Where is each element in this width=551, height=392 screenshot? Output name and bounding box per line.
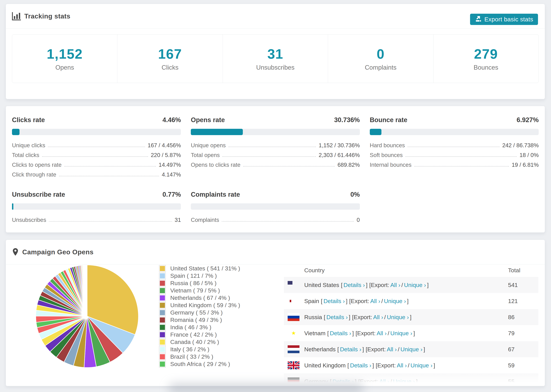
geo-pie-chart <box>35 264 140 369</box>
geo-legend: United States ( 541 / 31% )Spain ( 121 /… <box>159 265 240 368</box>
details-link[interactable]: Details › <box>330 330 351 336</box>
country-name: Spain <box>304 298 319 304</box>
export-unique-link[interactable]: Unique › <box>404 282 426 288</box>
page-title: Tracking stats <box>24 13 70 20</box>
bracket: ] <box>424 346 425 352</box>
legend-label: Romania ( 49 / 3% ) <box>170 317 222 323</box>
stat-complaints-value: 0 <box>377 46 385 62</box>
country-name: Vietnam <box>304 330 325 336</box>
export-all-link[interactable]: All › <box>387 346 397 352</box>
export-all-link[interactable]: All › <box>370 298 380 304</box>
export-prefix: [Export: <box>358 378 378 385</box>
opens-rate-title: Opens rate <box>191 116 225 124</box>
country-total: 121 <box>508 298 518 304</box>
legend-label: France ( 42 / 2% ) <box>170 331 217 338</box>
export-unique-link[interactable]: Unique › <box>393 378 415 385</box>
bracket: ] <box>352 330 354 336</box>
legend-item-india: India ( 46 / 3% ) <box>159 324 240 331</box>
export-all-link[interactable]: All › <box>377 330 387 336</box>
clicks-rate-percent: 4.46% <box>162 116 181 124</box>
legend-swatch <box>159 339 166 345</box>
row-label: Total clicks <box>12 152 39 158</box>
unsubscribe-rate-bar <box>12 203 181 210</box>
bracket: ] <box>413 330 415 336</box>
table-row-russia: Russia[Details ›][Export:All ›/Unique ›]… <box>284 309 538 325</box>
legend-item-south-africa: South Africa ( 29 / 2% ) <box>159 360 240 368</box>
row-value: 19 / 6.81% <box>512 162 539 168</box>
country-total: 541 <box>508 282 518 288</box>
export-prefix: [Export: <box>376 362 396 369</box>
dotted-leader <box>49 221 172 222</box>
export-unique-link[interactable]: Unique › <box>400 346 423 352</box>
legend-item-germany: Germany ( 55 / 3% ) <box>159 309 240 316</box>
details-link[interactable]: Details › <box>340 346 361 352</box>
details-link[interactable]: Details › <box>323 298 345 304</box>
geo-header: Campaign Geo Opens <box>6 240 545 264</box>
legend-label: Spain ( 121 / 7% ) <box>170 273 217 279</box>
legend-item-united-states: United States ( 541 / 31% ) <box>159 265 240 272</box>
country-name: Netherlands <box>304 346 336 352</box>
row-value: 31 <box>175 217 181 223</box>
legend-label: Germany ( 55 / 3% ) <box>170 309 223 316</box>
stat-bounces-value: 279 <box>474 46 498 62</box>
row-value: 18 / 0% <box>520 152 539 158</box>
unsubscribe-rate-title: Unsubscribe rate <box>12 191 65 198</box>
legend-swatch <box>159 317 166 323</box>
country-name: United States <box>304 282 339 288</box>
bracket: ] <box>372 362 374 369</box>
export-all-link[interactable]: All › <box>397 362 407 369</box>
stat-bounces-label: Bounces <box>474 64 498 71</box>
export-prefix: [Export: <box>366 346 386 352</box>
table-row-vietnam: Vietnam[Details ›][Export:All ›/Unique ›… <box>284 325 538 341</box>
country-name: United Kingdom <box>304 362 346 369</box>
export-unique-link[interactable]: Unique › <box>390 330 412 336</box>
row-value: 2,303 / 61.446% <box>319 152 360 158</box>
bracket: [ <box>341 282 342 288</box>
row-value: 242 / 86.738% <box>502 142 539 149</box>
stat-opens-label: Opens <box>56 64 74 71</box>
export-unique-link[interactable]: Unique › <box>387 314 409 320</box>
clicks-rate-bar <box>12 129 181 135</box>
legend-item-romania: Romania ( 49 / 3% ) <box>159 316 240 324</box>
export-all-link[interactable]: All › <box>373 314 383 320</box>
stat-clicks-label: Clicks <box>162 64 178 71</box>
export-unique-link[interactable]: Unique › <box>410 362 433 369</box>
dotted-leader <box>222 221 354 222</box>
legend-item-brazil: Brazil ( 33 / 2% ) <box>159 353 240 360</box>
clicks-rate-block: Clicks rate 4.46% Unique clicks167 / 4.4… <box>12 116 181 178</box>
stat-clicks: 167 Clicks <box>117 35 222 83</box>
row-value: 4.147% <box>162 171 181 178</box>
details-link[interactable]: Details › <box>344 282 365 288</box>
legend-item-spain: Spain ( 121 / 7% ) <box>159 272 240 280</box>
export-basic-stats-button[interactable]: Export basic stats <box>470 14 538 25</box>
export-unique-link[interactable]: Unique › <box>384 298 406 304</box>
legend-label: Russia ( 86 / 5% ) <box>170 280 216 287</box>
bracket: [ <box>327 330 329 336</box>
details-link[interactable]: Details › <box>350 362 371 369</box>
bracket: ] <box>410 314 411 320</box>
legend-label: Italy ( 36 / 2% ) <box>170 346 209 353</box>
legend-item-netherlands: Netherlands ( 67 / 4% ) <box>159 294 240 301</box>
map-pin-icon <box>12 248 19 256</box>
legend-label: Netherlands ( 67 / 4% ) <box>170 294 230 301</box>
row-label: Complaints <box>191 217 219 223</box>
legend-label: United Kingdom ( 59 / 3% ) <box>170 302 240 308</box>
legend-item-vietnam: Vietnam ( 79 / 5% ) <box>159 287 240 294</box>
column-header-country: Country <box>304 267 325 274</box>
flag-gb-icon <box>288 361 299 369</box>
export-all-link[interactable]: All › <box>379 378 389 385</box>
details-link[interactable]: Details › <box>326 314 348 320</box>
summary-stats-row: 1,152 Opens 167 Clicks 31 Unsubscribes 0… <box>12 34 539 83</box>
stat-opens-value: 1,152 <box>47 46 83 62</box>
legend-swatch <box>159 265 166 272</box>
export-prefix: [Export: <box>356 330 376 336</box>
row-label: Hard bounces <box>370 142 405 149</box>
bracket: [ <box>324 314 325 320</box>
dotted-leader <box>243 166 335 167</box>
table-row-spain: Spain[Details ›][Export:All ›/Unique ›] … <box>284 293 538 309</box>
legend-label: Brazil ( 33 / 2% ) <box>170 353 213 360</box>
country-name: Russia <box>304 314 322 320</box>
pie-slice-other[interactable] <box>87 265 87 316</box>
legend-item-italy: Italy ( 36 / 2% ) <box>159 346 240 353</box>
export-all-link[interactable]: All › <box>390 282 400 288</box>
